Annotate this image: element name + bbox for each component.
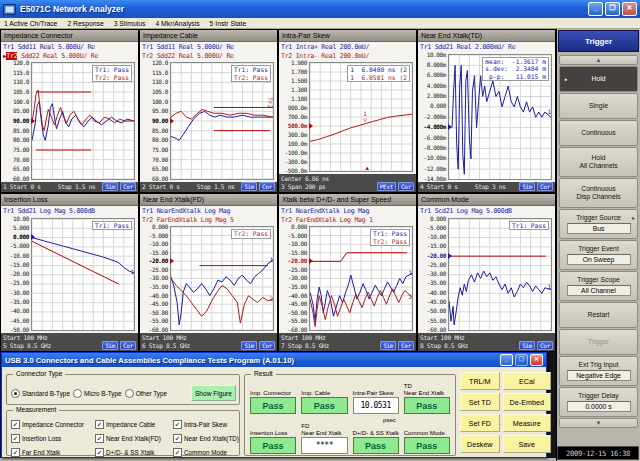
- menu-item-5[interactable]: 5 Instr State: [210, 20, 247, 27]
- statusbar-button-sim[interactable]: Sim: [380, 341, 396, 350]
- save-button[interactable]: Save: [503, 435, 551, 453]
- plot-body: 0.000-5.000-10.00-15.00-20.00-25.00-30.0…: [279, 224, 416, 333]
- result-td-near-end-xtalk: TDNear End XtalkPass: [404, 383, 450, 414]
- deskew-button[interactable]: Deskew: [460, 435, 500, 453]
- dialog-close-icon[interactable]: ✕: [530, 354, 543, 366]
- submenu-arrow-icon: ▸: [632, 214, 635, 222]
- statusbar-buttons: SimCor: [241, 182, 275, 191]
- trace-number-label: 2: [269, 296, 273, 302]
- panel-title-near-end-xtalk-fd[interactable]: Near End Xtalk(FD): [140, 194, 277, 206]
- y-tick-label: -8.000m: [418, 145, 446, 151]
- softkey-trigger-delay[interactable]: Trigger Delay0.0000 s: [559, 387, 638, 417]
- softkey-single[interactable]: Single: [559, 93, 638, 119]
- softkey-trigger-source[interactable]: Trigger SourceBus▸: [559, 209, 638, 239]
- ecal-button[interactable]: ECal: [503, 372, 551, 390]
- softkey-menu-title: Trigger: [558, 30, 639, 52]
- statusbar-button-cor[interactable]: Cor: [120, 341, 136, 350]
- checkbox-impedance-connector[interactable]: ✓Impedance Connector: [11, 420, 95, 429]
- statusbar-button-sim[interactable]: Sim: [241, 182, 257, 191]
- panel-title-common-mode[interactable]: Common Mode: [418, 194, 555, 206]
- result-d-d-ss-xtalk: D+/D- & SS XtalkPass: [353, 423, 399, 454]
- panel-title-xtalk-dpdm-ss[interactable]: Xtalk betw D+/D- and Super Speed: [279, 194, 416, 206]
- statusbar-button-sim[interactable]: Sim: [241, 341, 257, 350]
- radio-other-type[interactable]: Other Type: [125, 389, 168, 398]
- statusbar-button-sim[interactable]: Sim: [102, 341, 118, 350]
- softkey-scroll-down-icon[interactable]: ▼: [559, 418, 638, 428]
- statusbar-button-sim[interactable]: Sim: [102, 182, 118, 191]
- softkey-continuous[interactable]: ContinuousDisp Channels: [559, 178, 638, 208]
- radio-micro-b-type[interactable]: Micro B-Type: [73, 389, 122, 398]
- checkbox-far-end-xtalk[interactable]: ✓Far End Xtalk: [11, 448, 95, 457]
- softkey-hold[interactable]: ●Hold: [559, 66, 638, 92]
- result-grid: Imp. ConnectorPassImp. CablePassIntra-Pa…: [245, 375, 455, 454]
- checkbox-intra-pair-skew[interactable]: ✓Intra-Pair Skew: [173, 420, 239, 429]
- statusbar-button-cor[interactable]: Cor: [398, 341, 414, 350]
- close-icon[interactable]: ✕: [622, 2, 637, 16]
- result-label: Insertion Loss: [250, 423, 296, 436]
- statusbar-button-pext[interactable]: PExt: [377, 182, 396, 191]
- menu-item-4[interactable]: 4 Mkr/Analysis: [155, 20, 199, 27]
- menu-item-1[interactable]: 1 Active Ch/Trace: [4, 20, 57, 27]
- y-tick-label: -35.00: [1, 299, 29, 305]
- panel-title-impedance-cable[interactable]: Impedance Cable: [140, 30, 277, 42]
- checkbox-label: Intra-Pair Skew: [184, 421, 227, 428]
- checkbox-near-end-xtalk-fd-[interactable]: ✓Near End Xtalk(FD): [95, 434, 173, 443]
- statusbar-button-cor[interactable]: Cor: [259, 182, 275, 191]
- softkey-trigger-event[interactable]: Trigger EventOn Sweep: [559, 240, 638, 270]
- trace-label-1: Tr1 NearEndXtalk Log Mag: [281, 207, 416, 216]
- softkey-restart[interactable]: Restart: [559, 302, 638, 328]
- y-tick-label: 95.00: [1, 108, 29, 114]
- y-tick-label: 4.000m: [418, 83, 446, 89]
- trace-params: Sdd11 Real 5.000U/ Re: [14, 43, 95, 51]
- menu-item-3[interactable]: 3 Stimulus: [114, 20, 146, 27]
- softkey-trigger-scope[interactable]: Trigger ScopeAll Channel: [559, 271, 638, 301]
- result-pass-badge: Pass: [404, 397, 450, 414]
- set-td-button[interactable]: Set TD: [460, 393, 500, 411]
- statusbar-button-cor[interactable]: Cor: [398, 182, 414, 191]
- set-fd-button[interactable]: Set FD: [460, 414, 500, 432]
- panel-title-insertion-loss[interactable]: Insertion Loss: [1, 194, 138, 206]
- annotation-box: Tr2: Pass: [231, 229, 271, 239]
- annotation-line: Tr1: Pass: [95, 66, 129, 74]
- radio-standard-b-type[interactable]: Standard B-Type: [11, 389, 70, 398]
- result-pass-badge: Pass: [404, 437, 450, 454]
- checkbox-near-end-xtalk-td-[interactable]: ✓Near End Xtalk(TD): [173, 434, 239, 443]
- panel-title-near-end-xtalk-td[interactable]: Near End Xtalk(TD): [418, 30, 555, 42]
- softkey-scroll-up-icon[interactable]: ▲: [559, 55, 638, 65]
- softkey-continuous[interactable]: Continuous: [559, 120, 638, 146]
- softkey-value: All Channel: [567, 285, 631, 296]
- measure-button[interactable]: Measure: [503, 414, 551, 432]
- statusbar-button-cor[interactable]: Cor: [259, 341, 275, 350]
- connector-type-group: Connector Type Standard B-TypeMicro B-Ty…: [6, 374, 240, 405]
- trl-m-button[interactable]: TRL/M: [460, 372, 500, 390]
- statusbar-button-cor[interactable]: Cor: [537, 182, 553, 191]
- panel-near-end-xtalk-fd: Near End Xtalk(FD)Tr1 NearEndXtalk Log M…: [139, 193, 278, 352]
- usb3-compliance-dialog: USB 3.0 Connectors and Cable Assemblies …: [1, 352, 547, 458]
- y-tick-label: 0.000: [279, 224, 307, 230]
- panel-title-impedance-connector[interactable]: Impedance Connector: [1, 30, 138, 42]
- result-fd-near-end-xtalk: FDNear End Xtalk****: [301, 423, 347, 454]
- checkbox-impedance-cable[interactable]: ✓Impedance Cable: [95, 420, 173, 429]
- softkey-hold[interactable]: HoldAll Channels: [559, 147, 638, 177]
- show-figure-button[interactable]: Show Figure: [191, 385, 236, 401]
- statusbar-button-sim[interactable]: Sim: [519, 182, 535, 191]
- y-tick-label: -45.00: [1, 318, 29, 324]
- annotation-line: mean: -1.3617 m: [485, 58, 546, 66]
- softkey-ext-trig-input[interactable]: Ext Trig InputNegative Edge: [559, 356, 638, 386]
- statusbar-button-cor[interactable]: Cor: [120, 182, 136, 191]
- y-tick-label: 85.00: [140, 128, 168, 134]
- de-embed-button[interactable]: De-Embed: [503, 393, 551, 411]
- minimize-icon[interactable]: _: [588, 2, 603, 16]
- menu-item-2[interactable]: 2 Response: [67, 20, 103, 27]
- dialog-minimize-icon[interactable]: _: [500, 354, 513, 366]
- checkbox-insertion-loss[interactable]: ✓Insertion Loss: [11, 434, 95, 443]
- statusbar-button-sim[interactable]: Sim: [519, 341, 535, 350]
- checkbox-d-d-ss-xtalk[interactable]: ✓D+/D- & SS Xtalk: [95, 448, 173, 457]
- checkbox-common-mode[interactable]: ✓Common Mode: [173, 448, 239, 457]
- plot-area: mean: -1.3617 ms.dev: 2.3484 m p-p: 11.0…: [448, 54, 552, 181]
- panel-title-intra-pair-skew[interactable]: Intra-Pair Skew: [279, 30, 416, 42]
- y-tick-label: -6.000m: [418, 135, 446, 141]
- statusbar-button-cor[interactable]: Cor: [537, 341, 553, 350]
- restore-icon[interactable]: ❐: [605, 2, 620, 16]
- radio-dot: [14, 392, 17, 395]
